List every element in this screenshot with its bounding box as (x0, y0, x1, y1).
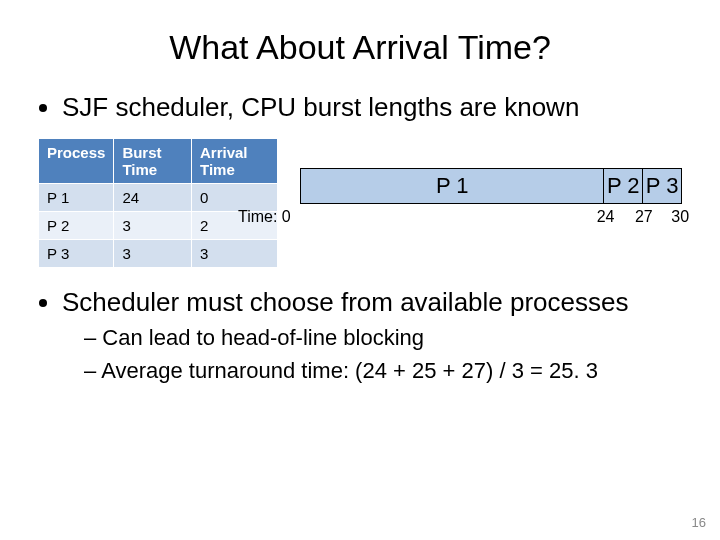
cell-process: P 2 (39, 211, 114, 239)
gantt-tick-24: 24 (597, 208, 615, 226)
process-table: Process Burst Time Arrival Time P 1 24 0… (38, 138, 278, 268)
gantt-chart: P 1 P 2 P 3 Time: 0 24 27 30 (300, 138, 682, 208)
table-row: P 3 3 3 (39, 239, 278, 267)
cell-process: P 3 (39, 239, 114, 267)
bullet-scheduler-choose: Scheduler must choose from available pro… (62, 286, 682, 386)
cell-burst: 24 (114, 183, 192, 211)
col-burst-time: Burst Time (114, 138, 192, 183)
col-process: Process (39, 138, 114, 183)
cell-burst: 3 (114, 211, 192, 239)
cell-arrival: 3 (192, 239, 278, 267)
gantt-tick-27: 27 (635, 208, 653, 226)
cell-burst: 3 (114, 239, 192, 267)
col-arrival-time: Arrival Time (192, 138, 278, 183)
gantt-tick-30: 30 (671, 208, 689, 226)
slide-title: What About Arrival Time? (0, 28, 720, 67)
sub-avg-turnaround: Average turnaround time: (24 + 25 + 27) … (84, 357, 682, 386)
gantt-seg-p3: P 3 (643, 169, 681, 203)
gantt-time-label: Time: 0 (238, 208, 291, 226)
cell-process: P 1 (39, 183, 114, 211)
gantt-seg-p1: P 1 (301, 169, 604, 203)
bullet-sjf-known: SJF scheduler, CPU burst lengths are kno… (62, 91, 682, 124)
page-number: 16 (692, 515, 706, 530)
bullet-scheduler-choose-text: Scheduler must choose from available pro… (62, 287, 629, 317)
sub-hol-blocking: Can lead to head-of-line blocking (84, 324, 682, 353)
slide-body: SJF scheduler, CPU burst lengths are kno… (0, 91, 720, 385)
gantt-seg-p2: P 2 (604, 169, 643, 203)
